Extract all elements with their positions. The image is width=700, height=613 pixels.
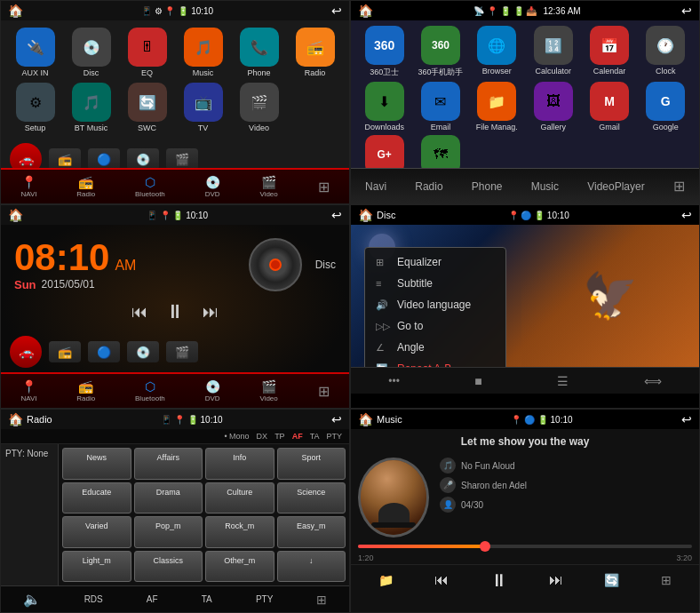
genre-drama[interactable]: Drama	[134, 482, 203, 514]
folder-btn[interactable]: 📁	[378, 573, 394, 587]
app-phone[interactable]: 📞 Phone	[234, 28, 284, 77]
nav-btn-radio[interactable]: 📻 Radio	[76, 175, 95, 198]
menu-item-angle[interactable]: ∠ Angle	[365, 337, 505, 358]
nav-btn-dvd[interactable]: 💿 DVD	[205, 175, 220, 198]
grid-icon-p2[interactable]: ⊞	[673, 178, 685, 195]
nav2-btn-music[interactable]: Music	[531, 180, 559, 193]
menu-item-goto[interactable]: ▷▷ Go to	[365, 315, 505, 337]
back-icon-p6[interactable]: ↩	[681, 412, 692, 426]
app-browser[interactable]: 🌐 Browser	[471, 26, 523, 78]
p3-nav-bluetooth[interactable]: ⬡ Bluetooth	[135, 379, 165, 402]
app-360zs[interactable]: 360 360手机助手	[414, 26, 466, 78]
back-icon-p5[interactable]: ↩	[331, 412, 342, 426]
app-tv[interactable]: 📺 TV	[178, 83, 228, 132]
shuffle-btn[interactable]: ⟺	[644, 374, 662, 388]
app-calendar[interactable]: 📅 Calendar	[583, 26, 635, 78]
panel-disc-player: 🏠 Disc 📍 🔵 🔋 10:10 ↩ 🦅 ⊞ Equalizer ≡ Sub…	[350, 204, 700, 409]
nav-btn-bluetooth[interactable]: ⬡ Bluetooth	[135, 175, 165, 198]
grid-icon[interactable]: ⊞	[318, 179, 330, 195]
pty-btn[interactable]: PTY	[256, 594, 273, 604]
nav2-btn-radio[interactable]: Radio	[415, 180, 442, 193]
app-disc[interactable]: 💿 Disc	[66, 28, 116, 77]
app-gmail[interactable]: M Gmail	[583, 82, 635, 131]
menu-dots[interactable]: •••	[388, 375, 400, 387]
bottom-bar-p1: 📍 NAVI 📻 Radio ⬡ Bluetooth 💿 DVD 🎬 Video…	[1, 168, 349, 203]
stop-btn[interactable]: ■	[474, 374, 481, 388]
app-360ws[interactable]: 360 360卫士	[358, 26, 410, 78]
home-icon-p2[interactable]: 🏠	[358, 4, 373, 18]
prev-btn-p6[interactable]: ⏮	[434, 572, 449, 588]
app-clock[interactable]: 🕐 Clock	[640, 26, 692, 78]
genre-easy-m[interactable]: Easy_m	[277, 516, 346, 548]
p3-nav-radio[interactable]: 📻 Radio	[76, 379, 95, 402]
play-pause-btn-p6[interactable]: ⏸	[490, 570, 508, 591]
home-icon-p3[interactable]: 🏠	[8, 208, 23, 222]
genre-sport[interactable]: Sport	[277, 448, 346, 480]
genre-pop-m[interactable]: Pop_m	[134, 516, 203, 548]
next-btn-p3[interactable]: ⏭	[203, 303, 219, 322]
genre-varied[interactable]: Varied	[62, 516, 131, 548]
app-gallery[interactable]: 🖼 Gallery	[527, 82, 579, 131]
app-eq[interactable]: 🎚 EQ	[122, 28, 172, 77]
back-icon-p3[interactable]: ↩	[331, 208, 342, 222]
settings-icon[interactable]: ⊞	[316, 593, 327, 607]
vol-icon[interactable]: 🔈	[23, 591, 41, 608]
back-icon-p1[interactable]: ↩	[331, 4, 342, 18]
grid-icon-p3[interactable]: ⊞	[318, 383, 330, 400]
eq-btn-p6[interactable]: ⊞	[661, 573, 672, 587]
home-icon-p5[interactable]: 🏠	[8, 412, 23, 426]
app-bt-music[interactable]: 🎵 BT Music	[66, 83, 116, 132]
genre-light-m[interactable]: Light_m	[62, 551, 131, 583]
app-downloads[interactable]: ⬇ Downloads	[358, 82, 410, 131]
genre-classics[interactable]: Classics	[134, 551, 203, 583]
p3-nav-navi[interactable]: 📍 NAVI	[20, 379, 36, 402]
play-pause-btn-p3[interactable]: ⏸	[165, 300, 185, 323]
p3-nav-dvd[interactable]: 💿 DVD	[205, 379, 220, 402]
back-icon-p4[interactable]: ↩	[681, 208, 692, 222]
app-setup[interactable]: ⚙ Setup	[10, 83, 60, 132]
genre-down[interactable]: ↓	[277, 551, 346, 583]
nav2-btn-phone[interactable]: Phone	[472, 180, 503, 193]
nav2-btn-videoplayer[interactable]: VideoPlayer	[587, 180, 645, 193]
back-icon-p2[interactable]: ↩	[681, 4, 692, 18]
app-email[interactable]: ✉ Email	[414, 82, 466, 131]
p3-nav-video[interactable]: 🎬 Video	[259, 379, 277, 402]
af-btn[interactable]: AF	[147, 594, 158, 604]
nav2-btn-navi[interactable]: Navi	[365, 180, 386, 193]
nav-btn-video[interactable]: 🎬 Video	[259, 175, 277, 198]
genre-culture[interactable]: Culture	[205, 482, 274, 514]
genre-info[interactable]: Info	[205, 448, 274, 480]
app-video[interactable]: 🎬 Video	[234, 83, 284, 132]
genre-news[interactable]: News	[62, 448, 131, 480]
radio-title: Radio	[27, 414, 52, 425]
app-google[interactable]: G Google	[640, 82, 692, 131]
home-icon[interactable]: 🏠	[8, 4, 23, 18]
app-aux-in[interactable]: 🔌 AUX IN	[10, 28, 60, 77]
rds-btn[interactable]: RDS	[84, 594, 103, 604]
prev-btn-p3[interactable]: ⏮	[131, 303, 147, 322]
genre-science[interactable]: Science	[277, 482, 346, 514]
genre-rock-m[interactable]: Rock_m	[205, 516, 274, 548]
song-title: Let me show you the way	[461, 435, 590, 448]
next-btn-p6[interactable]: ⏭	[549, 572, 563, 588]
ta-btn[interactable]: TA	[202, 594, 212, 604]
genre-affairs[interactable]: Affairs	[134, 448, 203, 480]
menu-item-equalizer[interactable]: ⊞ Equalizer	[365, 251, 505, 273]
repeat-btn-p6[interactable]: 🔄	[604, 573, 619, 587]
tag-af[interactable]: AF	[292, 432, 303, 441]
home-icon-p6[interactable]: 🏠	[358, 412, 373, 426]
genre-educate[interactable]: Educate	[62, 482, 131, 514]
menu-item-video-language[interactable]: 🔊 Video language	[365, 294, 505, 315]
app-swc[interactable]: 🔄 SWC	[122, 83, 172, 132]
home-icon-p4[interactable]: 🏠	[358, 208, 373, 222]
app-music[interactable]: 🎵 Music	[178, 28, 228, 77]
app-filemanager[interactable]: 📁 File Manag.	[471, 82, 523, 131]
app-radio[interactable]: 📻 Radio	[290, 28, 340, 77]
menu-item-repeat-ab[interactable]: 🔄 Repeat A-B	[365, 358, 505, 367]
list-btn[interactable]: ☰	[557, 374, 569, 388]
nav-btn-navi[interactable]: 📍 NAVI	[20, 175, 36, 198]
genre-other-m[interactable]: Other_m	[205, 551, 274, 583]
progress-bar[interactable]	[358, 545, 692, 548]
app-calculator[interactable]: 🔢 Calculator	[527, 26, 579, 78]
menu-item-subtitle[interactable]: ≡ Subtitle	[365, 273, 505, 294]
